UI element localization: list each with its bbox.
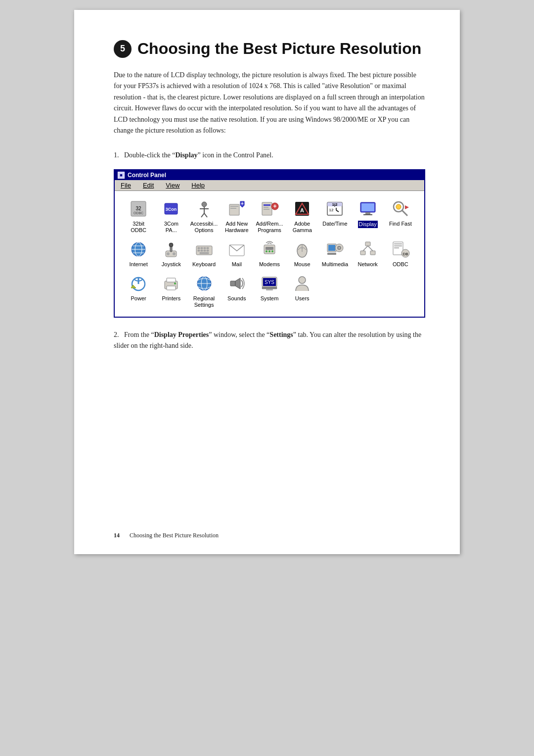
- cp-item-multimedia[interactable]: Multimedia: [319, 237, 351, 270]
- cp-icon-mouse: [292, 239, 312, 259]
- cp-label-sounds: Sounds: [227, 295, 246, 302]
- svg-rect-89: [167, 286, 176, 290]
- cp-item-power[interactable]: Power: [123, 272, 154, 310]
- step-2-keyword-1: Display Properties: [154, 331, 209, 338]
- cp-icon-printers: [161, 274, 181, 293]
- cp-label-mouse: Mouse: [294, 261, 311, 268]
- svg-text:1|2: 1|2: [332, 202, 338, 207]
- cp-icon-findfast: [391, 199, 410, 219]
- cp-label-printers: Printers: [162, 295, 180, 302]
- cp-item-users[interactable]: Users: [286, 272, 318, 310]
- cp-label-32bit-odbc: 32bitODBC: [131, 221, 146, 234]
- svg-point-36: [396, 204, 401, 209]
- cp-item-findfast[interactable]: Find Fast: [385, 197, 416, 236]
- cp-item-odbc[interactable]: DB ODBC: [385, 237, 416, 270]
- svg-point-46: [167, 252, 170, 255]
- cp-label-addnew: Add NewHardware: [225, 221, 249, 234]
- cp-icon-3com: 3Con: [161, 199, 181, 219]
- svg-rect-79: [394, 243, 402, 244]
- cp-icon-32bit-odbc: 32ODBC: [129, 199, 148, 219]
- cp-item-printers[interactable]: Printers: [155, 272, 187, 310]
- svg-rect-51: [204, 247, 206, 249]
- cp-label-network: Network: [357, 261, 377, 268]
- menu-help[interactable]: Help: [189, 181, 207, 189]
- cp-label-3com: 3ComPA...: [164, 221, 178, 234]
- window-title: Control Panel: [128, 172, 166, 179]
- cp-label-modems: Modems: [259, 261, 280, 268]
- control-panel-window: ■ Control Panel File Edit View Help 32OD…: [114, 169, 425, 318]
- svg-point-66: [301, 247, 303, 249]
- cp-label-keyboard: Keyboard: [192, 261, 216, 268]
- svg-line-76: [363, 246, 368, 251]
- cp-item-network[interactable]: Network: [352, 237, 384, 270]
- cp-item-adobe[interactable]: A AdobeGamma: [286, 197, 318, 236]
- cp-item-modems[interactable]: Modems: [254, 237, 285, 270]
- step-2-text-mid: ” window, select the “: [209, 331, 269, 338]
- step-1: 1. Double-click the “Display” icon in th…: [114, 150, 425, 161]
- cp-item-sounds[interactable]: Sounds: [221, 272, 253, 310]
- svg-rect-99: [262, 287, 277, 289]
- cp-item-3com[interactable]: 3Con 3ComPA...: [155, 197, 187, 236]
- svg-rect-50: [201, 247, 203, 249]
- cp-item-mouse[interactable]: Mouse: [286, 237, 318, 270]
- svg-line-77: [368, 246, 373, 251]
- svg-rect-94: [230, 281, 235, 286]
- svg-rect-81: [394, 247, 399, 248]
- cp-item-addrem[interactable]: + Add/Rem...Programs: [254, 197, 285, 236]
- svg-rect-16: [264, 204, 270, 206]
- cp-item-internet[interactable]: Internet: [123, 237, 154, 270]
- cp-icon-network: [358, 239, 378, 259]
- cp-label-findfast: Find Fast: [389, 221, 412, 227]
- cp-label-addrem: Add/Rem...Programs: [256, 221, 283, 234]
- menu-view[interactable]: View: [164, 181, 181, 189]
- svg-text:12: 12: [329, 208, 334, 212]
- svg-rect-17: [264, 207, 268, 208]
- menu-file[interactable]: File: [119, 181, 133, 189]
- cp-label-internet: Internet: [129, 261, 147, 268]
- intro-paragraph: Due to the nature of LCD display technol…: [114, 70, 425, 136]
- cp-icon-keyboard: [194, 239, 214, 259]
- svg-rect-56: [207, 250, 209, 251]
- cp-item-display[interactable]: Display: [352, 197, 384, 236]
- cp-item-regional[interactable]: RegionalSettings: [188, 272, 220, 310]
- step-1-keyword: Display: [175, 151, 197, 159]
- svg-rect-31: [361, 203, 374, 211]
- svg-rect-100: [266, 289, 273, 290]
- cp-icon-multimedia: [325, 239, 345, 259]
- page-header: 5 Choosing the Best Picture Resolution: [114, 40, 425, 58]
- svg-line-9: [204, 213, 207, 217]
- svg-point-71: [339, 247, 340, 249]
- cp-icon-datetime: 1|212: [325, 199, 345, 219]
- cp-icon-addnew: +: [227, 199, 247, 219]
- svg-rect-11: [230, 206, 238, 207]
- step-2-keyword-2: Settings: [269, 331, 293, 338]
- cp-item-accessibility[interactable]: Accessibi...Options: [188, 197, 220, 236]
- page: 5 Choosing the Best Picture Resolution D…: [74, 10, 460, 554]
- cp-icon-internet: [129, 239, 148, 259]
- cp-icon-users: [292, 274, 312, 293]
- cp-item-keyboard[interactable]: Keyboard: [188, 237, 220, 270]
- svg-rect-73: [365, 242, 370, 246]
- cp-item-datetime[interactable]: 1|212 Date/Time: [319, 197, 351, 236]
- cp-icon-joystick: [161, 239, 181, 259]
- cp-label-multimedia: Multimedia: [322, 261, 348, 268]
- cp-icon-mail: [227, 239, 247, 259]
- step-1-text-after: ” icon in the Control Panel.: [198, 151, 273, 159]
- cp-icon-addrem: +: [260, 199, 279, 219]
- cp-item-addnew[interactable]: + Add NewHardware: [221, 197, 253, 236]
- svg-rect-18: [264, 209, 269, 210]
- svg-point-47: [173, 252, 176, 255]
- svg-rect-72: [327, 253, 336, 255]
- menu-edit[interactable]: Edit: [141, 181, 156, 189]
- svg-rect-74: [360, 251, 365, 255]
- svg-text:+: +: [273, 203, 276, 210]
- cp-item-system[interactable]: SYS System: [254, 272, 285, 310]
- cp-item-mail[interactable]: Mail: [221, 237, 253, 270]
- cp-icon-accessibility: [194, 199, 214, 219]
- cp-icon-adobe: A: [292, 199, 312, 219]
- svg-rect-33: [363, 214, 372, 215]
- cp-label-regional: RegionalSettings: [193, 295, 215, 308]
- svg-text:SYS: SYS: [265, 280, 274, 285]
- cp-item-32bit-odbc[interactable]: 32ODBC 32bitODBC: [123, 197, 154, 236]
- cp-item-joystick[interactable]: Joystick: [155, 237, 187, 270]
